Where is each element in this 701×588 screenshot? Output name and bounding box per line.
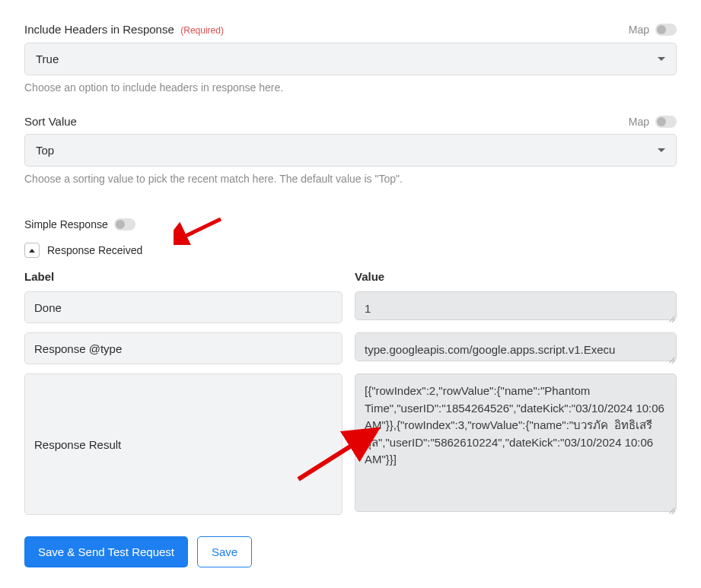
response-row xyxy=(24,291,677,323)
value-column-header: Value xyxy=(355,270,384,283)
sort-value-select[interactable]: Top xyxy=(24,134,677,167)
map-toggle-row: Map xyxy=(629,24,677,36)
chevron-down-icon xyxy=(658,57,665,61)
simple-response-toggle[interactable] xyxy=(114,218,135,230)
simple-response-label: Simple Response xyxy=(24,218,108,230)
include-headers-value: True xyxy=(36,52,59,65)
map-label: Map xyxy=(629,24,649,36)
save-send-test-button[interactable]: Save & Send Test Request xyxy=(24,536,188,567)
map-label: Map xyxy=(629,116,649,128)
response-row xyxy=(24,373,677,515)
response-value-textarea[interactable] xyxy=(355,291,677,320)
columns-header: Label Value xyxy=(24,270,677,284)
response-row xyxy=(24,332,677,364)
map-toggle[interactable] xyxy=(655,116,677,128)
field-header: Sort Value Map xyxy=(24,115,677,128)
sort-value-section: Sort Value Map Top Choose a sorting valu… xyxy=(24,115,677,185)
response-label-input[interactable] xyxy=(24,291,343,323)
sort-value-label: Sort Value xyxy=(24,115,77,128)
chevron-down-icon xyxy=(658,148,665,152)
response-received-header: Response Received xyxy=(24,243,677,258)
sort-value-helper: Choose a sorting value to pick the recen… xyxy=(24,173,677,185)
collapse-button[interactable] xyxy=(24,243,40,258)
form-container: Include Headers in Response (Required) M… xyxy=(24,23,677,567)
field-header: Include Headers in Response (Required) M… xyxy=(24,23,677,37)
chevron-up-icon xyxy=(29,249,35,253)
response-value-textarea[interactable] xyxy=(355,332,677,361)
button-row: Save & Send Test Request Save xyxy=(24,536,677,567)
include-headers-helper: Choose an option to include headers in r… xyxy=(24,81,677,94)
response-received-label: Response Received xyxy=(47,244,142,256)
include-headers-select[interactable]: True xyxy=(24,43,677,75)
sort-value-value: Top xyxy=(36,144,54,157)
include-headers-section: Include Headers in Response (Required) M… xyxy=(24,23,677,94)
save-button[interactable]: Save xyxy=(197,536,252,567)
simple-response-row: Simple Response xyxy=(24,218,677,230)
response-label-input[interactable] xyxy=(24,332,343,364)
include-headers-label: Include Headers in Response xyxy=(24,23,174,36)
label-column-header: Label xyxy=(24,270,54,283)
required-badge: (Required) xyxy=(180,25,224,36)
response-value-textarea[interactable] xyxy=(355,373,677,512)
response-label-input[interactable] xyxy=(24,373,343,515)
include-headers-label-wrap: Include Headers in Response (Required) xyxy=(24,23,224,37)
map-toggle-row: Map xyxy=(629,116,677,128)
map-toggle[interactable] xyxy=(655,24,677,36)
